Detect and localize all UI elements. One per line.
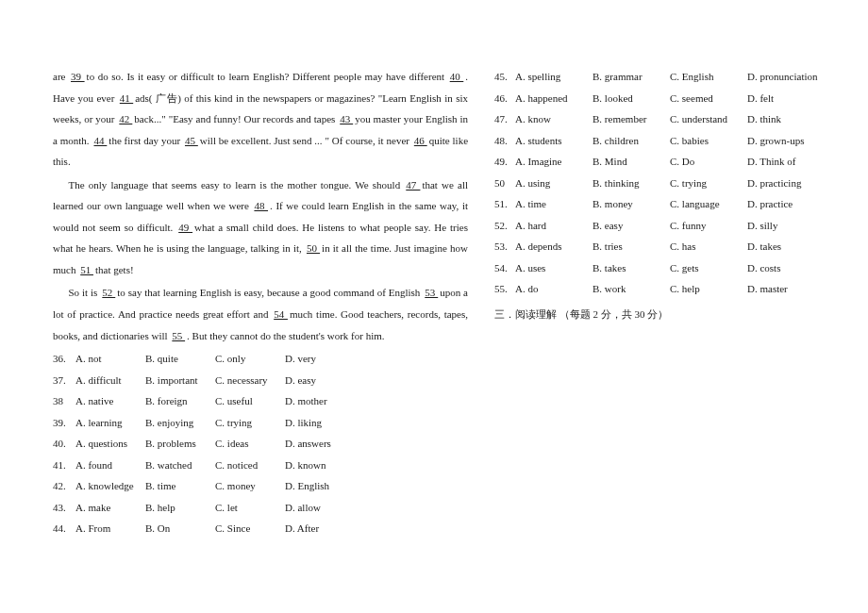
option-row: 45.A. spellingB. grammarC. EnglishD. pro… bbox=[494, 66, 832, 88]
option-choice: B. important bbox=[145, 370, 215, 391]
option-choice: D. costs bbox=[747, 257, 825, 279]
option-choice: C. let bbox=[215, 497, 285, 519]
option-choice: C. necessary bbox=[215, 370, 285, 391]
option-choice: A. know bbox=[515, 108, 593, 130]
option-choice: D. liking bbox=[285, 412, 355, 434]
option-choice: C. trying bbox=[215, 412, 285, 434]
text: are bbox=[53, 71, 69, 82]
blank-46: 46 bbox=[412, 135, 429, 146]
option-choice: C. English bbox=[670, 66, 747, 88]
blank-55: 55 bbox=[170, 330, 187, 341]
option-choice: B. remember bbox=[593, 108, 670, 130]
option-row: 50A. usingB. thinkingC. tryingD. practic… bbox=[494, 173, 832, 194]
text: . But they cannot do the student's work … bbox=[187, 330, 384, 341]
text: to do so. Is it easy or difficult to lea… bbox=[87, 71, 448, 82]
option-number: 52. bbox=[494, 215, 515, 237]
option-choice: D. Think of bbox=[747, 151, 825, 173]
option-choice: D. pronunciation bbox=[747, 66, 825, 88]
option-row: 39.A. learningB. enjoyingC. tryingD. lik… bbox=[53, 412, 468, 434]
option-choice: A. depends bbox=[515, 236, 593, 257]
option-choice: A. found bbox=[75, 455, 145, 476]
option-row: 44.A. FromB. OnC. SinceD. After bbox=[53, 518, 468, 539]
option-choice: A. knowledge bbox=[75, 475, 145, 497]
option-choice: A. happened bbox=[515, 88, 593, 109]
option-choice: D. allow bbox=[285, 497, 355, 519]
option-choice: B. money bbox=[593, 193, 670, 215]
option-choice: A. questions bbox=[75, 433, 145, 455]
option-choice: C. only bbox=[215, 348, 285, 370]
option-choice: C. seemed bbox=[670, 88, 747, 109]
option-choice: A. difficult bbox=[75, 370, 145, 391]
option-choice: D. English bbox=[285, 475, 355, 497]
option-number: 49. bbox=[494, 151, 515, 173]
left-column: are 39 to do so. Is it easy or difficult… bbox=[53, 66, 468, 585]
option-number: 46. bbox=[494, 88, 515, 109]
option-number: 50 bbox=[494, 173, 515, 194]
option-choice: B. work bbox=[593, 278, 670, 300]
section-3-heading: 三．阅读理解 （每题 2 分，共 30 分） bbox=[494, 304, 832, 325]
option-choice: A. spelling bbox=[515, 66, 593, 88]
option-choice: B. thinking bbox=[593, 173, 670, 194]
option-choice: B. problems bbox=[145, 433, 215, 455]
option-choice: A. using bbox=[515, 173, 593, 194]
option-choice: B. grammar bbox=[593, 66, 670, 88]
option-number: 39. bbox=[53, 412, 75, 434]
option-number: 48. bbox=[494, 130, 515, 152]
option-row: 46.A. happenedB. lookedC. seemedD. felt bbox=[494, 88, 832, 109]
option-number: 36. bbox=[53, 348, 75, 370]
option-choice: D. practicing bbox=[747, 173, 825, 194]
blank-43: 43 bbox=[338, 113, 355, 124]
options-left-block: 36.A. notB. quiteC. onlyD. very37.A. dif… bbox=[53, 348, 468, 539]
option-number: 43. bbox=[53, 497, 75, 519]
option-choice: B. children bbox=[593, 130, 670, 152]
option-choice: B. looked bbox=[593, 88, 670, 109]
option-choice: B. Mind bbox=[593, 151, 670, 173]
option-number: 44. bbox=[53, 518, 75, 539]
option-choice: B. tries bbox=[593, 236, 670, 257]
text: to say that learning English is easy, be… bbox=[117, 287, 423, 298]
option-choice: D. silly bbox=[747, 215, 825, 237]
option-choice: D. very bbox=[285, 348, 355, 370]
cloze-paragraph-3: So it is 52 to say that learning English… bbox=[53, 282, 468, 346]
blank-42: 42 bbox=[117, 113, 134, 124]
option-row: 36.A. notB. quiteC. onlyD. very bbox=[53, 348, 468, 370]
option-row: 49.A. ImagineB. MindC. DoD. Think of bbox=[494, 151, 832, 173]
option-choice: B. watched bbox=[145, 455, 215, 476]
blank-54: 54 bbox=[272, 308, 290, 320]
option-choice: D. think bbox=[747, 108, 825, 130]
option-choice: D. felt bbox=[747, 88, 825, 109]
blank-49: 49 bbox=[176, 222, 194, 233]
blank-52: 52 bbox=[100, 287, 117, 298]
option-choice: B. easy bbox=[593, 215, 670, 237]
option-choice: D. grown-ups bbox=[747, 130, 825, 152]
option-choice: C. ideas bbox=[215, 433, 285, 455]
option-row: 55.A. doB. workC. helpD. master bbox=[494, 278, 832, 300]
option-choice: D. After bbox=[285, 518, 355, 539]
option-row: 54.A. usesB. takesC. getsD. costs bbox=[494, 257, 832, 279]
option-number: 55. bbox=[494, 278, 515, 300]
option-choice: C. Do bbox=[670, 151, 747, 173]
option-number: 53. bbox=[494, 236, 515, 257]
blank-50: 50 bbox=[305, 242, 322, 254]
option-choice: B. foreign bbox=[145, 390, 215, 412]
option-row: 37.A. difficultB. importantC. necessaryD… bbox=[53, 370, 468, 391]
blank-48: 48 bbox=[252, 200, 270, 211]
option-choice: A. Imagine bbox=[515, 151, 593, 173]
blank-41: 41 bbox=[118, 92, 135, 104]
option-row: 43.A. makeB. helpC. letD. allow bbox=[53, 497, 468, 519]
option-number: 38 bbox=[53, 390, 75, 412]
option-choice: C. gets bbox=[670, 257, 747, 279]
option-choice: D. answers bbox=[285, 433, 355, 455]
option-choice: C. trying bbox=[670, 173, 747, 194]
blank-40: 40 bbox=[448, 71, 466, 82]
option-row: 53.A. dependsB. triesC. hasD. takes bbox=[494, 236, 832, 257]
option-choice: D. mother bbox=[285, 390, 355, 412]
option-choice: A. hard bbox=[515, 215, 593, 237]
option-choice: D. master bbox=[747, 278, 825, 300]
option-choice: A. make bbox=[75, 497, 145, 519]
option-number: 42. bbox=[53, 475, 75, 497]
cloze-paragraph-1: are 39 to do so. Is it easy or difficult… bbox=[53, 66, 468, 173]
option-number: 37. bbox=[53, 370, 75, 391]
option-choice: C. language bbox=[670, 193, 747, 215]
option-row: 41.A. foundB. watchedC. noticedD. known bbox=[53, 455, 468, 476]
